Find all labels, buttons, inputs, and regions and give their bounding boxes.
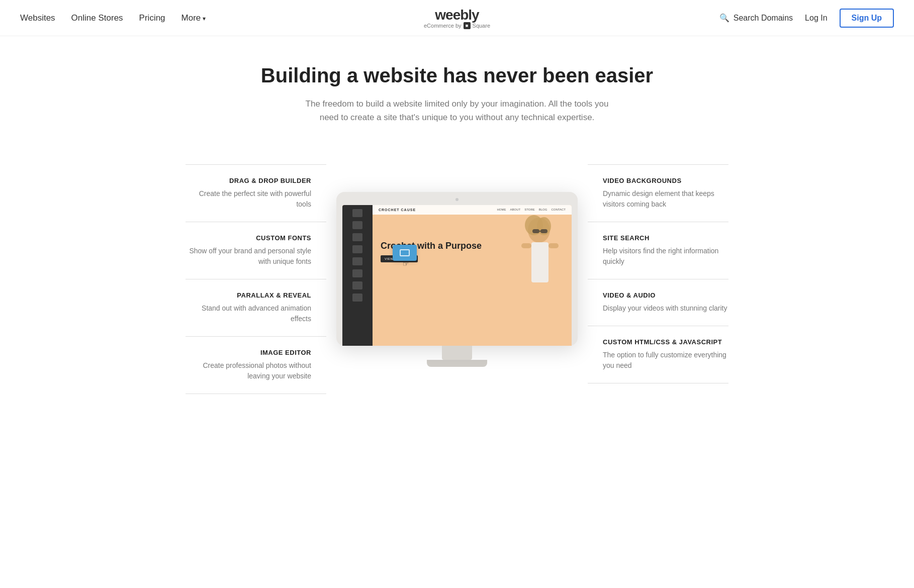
feature-item-left-1: CUSTOM FONTS Show off your brand and per… [186,222,326,279]
feature-desc: Stand out with advanced animation effect… [186,303,311,324]
monitor-frame: CROCHET CAUSE HOMEABOUTSTOREBLOGCONTACT … [336,192,578,346]
toolbar-icon-6 [352,269,362,277]
features-right-col: VIDEO BACKGROUNDS Dynamic design element… [588,154,728,394]
toolbar-icon-8 [352,293,362,302]
search-icon: 🔍 [719,13,729,23]
feature-item-right-1: SITE SEARCH Help visitors find the right… [588,222,728,279]
feature-title: VIDEO & AUDIO [603,291,728,299]
feature-item-left-0: DRAG & DROP BUILDER Create the perfect s… [186,164,326,222]
woman-illustration [501,215,562,316]
feature-desc: Create professional photos without leavi… [186,360,311,381]
feature-desc: Show off your brand and personal style w… [186,246,311,267]
feature-desc: Create the perfect site with powerful to… [186,188,311,210]
pricing-link[interactable]: Pricing [139,13,165,23]
feature-item-right-0: VIDEO BACKGROUNDS Dynamic design element… [588,164,728,222]
feature-title: IMAGE EDITOR [186,349,311,356]
features-section: DRAG & DROP BUILDER Create the perfect s… [155,144,759,424]
login-button[interactable]: Log In [805,14,827,23]
online-stores-link[interactable]: Online Stores [71,13,123,23]
monitor-screen: CROCHET CAUSE HOMEABOUTSTOREBLOGCONTACT … [342,205,572,346]
feature-desc: The option to fully customize everything… [603,350,728,371]
feature-desc: Dynamic design element that keeps visito… [603,188,728,210]
site-nav-item: STORE [524,208,535,211]
site-brand: CROCHET CAUSE [379,208,416,212]
signup-button[interactable]: Sign Up [840,9,894,28]
site-nav-bar: CROCHET CAUSE HOMEABOUTSTOREBLOGCONTACT [373,205,572,215]
toolbar-icon-4 [352,245,362,253]
monitor-col: CROCHET CAUSE HOMEABOUTSTOREBLOGCONTACT … [326,154,588,394]
feature-desc: Display your videos with stunning clarit… [603,303,728,314]
toolbar-icon-7 [352,281,362,289]
logo: weebly eCommerce by ■ Square [424,7,490,29]
logo-wordmark: weebly [424,7,490,23]
hero-heading: Building a website has never been easier [10,64,904,87]
feature-item-left-2: PARALLAX & REVEAL Stand out with advance… [186,279,326,336]
navbar: WebsitesOnline StoresPricingMore weebly … [0,0,914,36]
monitor-wrapper: CROCHET CAUSE HOMEABOUTSTOREBLOGCONTACT … [336,192,578,367]
square-logo-icon: ■ [464,22,471,29]
websites-link[interactable]: Websites [20,13,55,23]
feature-item-right-2: VIDEO & AUDIO Display your videos with s… [588,279,728,326]
feature-desc: Help visitors find the right information… [603,246,728,267]
feature-title: CUSTOM FONTS [186,234,311,242]
toolbar-icon-1 [352,209,362,217]
site-nav-items: HOMEABOUTSTOREBLOGCONTACT [497,208,566,211]
features-left-col: DRAG & DROP BUILDER Create the perfect s… [186,154,326,394]
feature-item-right-3: CUSTOM HTML/CSS & JAVASCRIPT The option … [588,326,728,383]
feature-title: VIDEO BACKGROUNDS [603,177,728,184]
site-nav-item: BLOG [539,208,547,211]
svg-rect-6 [531,242,549,282]
logo-sub: eCommerce by ■ Square [424,22,490,29]
search-domains-label: Search Domains [734,14,793,23]
toolbar-icon-2 [352,221,362,229]
monitor-dot [455,198,459,201]
cursor-icon: ☞ [403,260,409,268]
site-content: CROCHET CAUSE HOMEABOUTSTOREBLOGCONTACT … [373,205,572,346]
feature-title: CUSTOM HTML/CSS & JAVASCRIPT [603,338,728,346]
site-toolbar [342,205,373,346]
feature-title: DRAG & DROP BUILDER [186,177,311,184]
more-link[interactable]: More [181,13,206,23]
drag-element[interactable] [393,245,417,261]
monitor-stand [442,346,472,360]
toolbar-icon-5 [352,257,362,265]
site-nav-item: ABOUT [510,208,521,211]
svg-rect-7 [521,243,531,248]
monitor-base [427,360,487,367]
svg-rect-3 [532,229,539,233]
nav-left: WebsitesOnline StoresPricingMore [20,13,206,23]
nav-right: 🔍 Search Domains Log In Sign Up [719,9,894,28]
drag-element-inner [400,249,410,256]
feature-title: SITE SEARCH [603,234,728,242]
svg-rect-8 [549,243,559,248]
site-nav-item: CONTACT [551,208,566,211]
feature-title: PARALLAX & REVEAL [186,291,311,299]
search-domains-button[interactable]: 🔍 Search Domains [719,13,793,23]
hero-section: Building a website has never been easier… [0,36,914,144]
svg-rect-4 [540,229,547,233]
chevron-down-icon [203,13,206,23]
toolbar-icon-3 [352,233,362,241]
site-nav-item: HOME [497,208,506,211]
feature-item-left-3: IMAGE EDITOR Create professional photos … [186,336,326,394]
hero-subtext: The freedom to build a website limited o… [296,97,618,124]
